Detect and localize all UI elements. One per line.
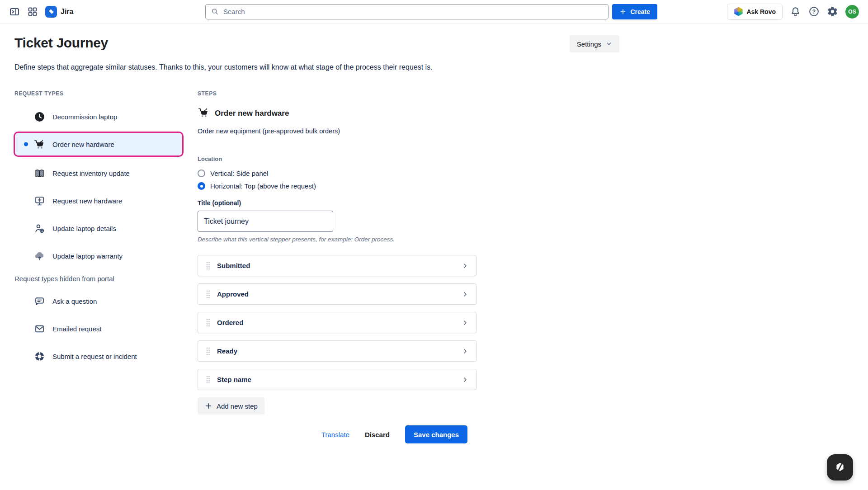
step-row-ready[interactable]: Ready xyxy=(198,340,476,362)
search-input[interactable] xyxy=(223,8,603,15)
sidebar-toggle-button[interactable] xyxy=(9,6,20,17)
page-content: Ticket Journey Settings Define steps tha… xyxy=(0,35,868,443)
sidebar-item-request-new-hardware[interactable]: Request new hardware xyxy=(14,191,184,211)
step-label: Approved xyxy=(217,290,462,298)
settings-dropdown-label: Settings xyxy=(577,40,601,48)
sidebar-item-label: Update laptop warranty xyxy=(52,252,123,260)
envelope-icon xyxy=(33,323,45,335)
drag-handle-icon[interactable] xyxy=(205,346,211,356)
location-label: Location xyxy=(198,155,476,162)
rovo-icon xyxy=(734,7,743,16)
book-icon xyxy=(33,167,45,179)
topbar-left-cluster: Jira xyxy=(9,6,73,18)
notifications-button[interactable] xyxy=(790,6,801,17)
lifebuoy-icon xyxy=(33,350,45,362)
sidebar-item-label: Ask a question xyxy=(52,297,97,305)
step-label: Ready xyxy=(217,347,462,355)
plus-icon xyxy=(619,8,627,15)
step-row-step-name[interactable]: Step name xyxy=(198,369,476,390)
radio-horizontal-top[interactable] xyxy=(198,182,205,190)
page-title: Ticket Journey xyxy=(14,35,108,51)
cloud-upload-icon xyxy=(33,250,45,262)
monitor-plus-icon xyxy=(33,195,45,207)
help-button[interactable]: ? xyxy=(808,6,820,17)
request-types-sidebar: REQUEST TYPES Decommission laptop xyxy=(14,90,184,443)
sidebar-item-submit-request-or-incident[interactable]: Submit a request or incident xyxy=(14,346,184,366)
chevron-down-icon xyxy=(606,41,612,47)
hexagon-widget-icon xyxy=(834,462,846,473)
chevron-right-icon xyxy=(462,291,469,298)
clock-icon xyxy=(33,111,45,122)
gear-icon xyxy=(827,6,838,17)
radio-vertical-side-panel[interactable] xyxy=(198,170,205,177)
drag-handle-icon[interactable] xyxy=(205,318,211,328)
global-search[interactable] xyxy=(205,4,609,19)
selected-dot-indicator xyxy=(24,142,28,146)
radio-label: Horizontal: Top (above the request) xyxy=(210,182,316,190)
sidebar-item-request-inventory-update[interactable]: Request inventory update xyxy=(14,163,184,183)
help-icon: ? xyxy=(808,6,820,17)
sidebar-item-label: Request inventory update xyxy=(52,170,130,177)
sidebar-item-order-new-hardware[interactable]: Order new hardware xyxy=(14,132,184,157)
chat-icon xyxy=(33,295,45,307)
step-label: Step name xyxy=(217,376,462,383)
app-switcher-button[interactable] xyxy=(27,6,38,17)
sidebar-item-update-laptop-details[interactable]: Update laptop details xyxy=(14,218,184,238)
drag-handle-icon[interactable] xyxy=(205,289,211,299)
jira-logo-icon[interactable] xyxy=(45,6,57,18)
save-changes-button[interactable]: Save changes xyxy=(405,425,467,443)
ask-rovo-label: Ask Rovo xyxy=(746,8,776,15)
user-avatar[interactable]: OS xyxy=(845,5,859,19)
sidebar-item-emailed-request[interactable]: Emailed request xyxy=(14,319,184,339)
translate-button[interactable]: Translate xyxy=(321,431,349,438)
title-field-label: Title (optional) xyxy=(198,199,476,207)
step-row-approved[interactable]: Approved xyxy=(198,283,476,305)
request-types-header: REQUEST TYPES xyxy=(14,90,184,97)
hidden-request-types-header: Request types hidden from portal xyxy=(14,275,184,283)
radio-label: Vertical: Side panel xyxy=(210,170,268,177)
page-description: Define steps that aggregate similar stat… xyxy=(14,63,516,71)
top-navigation-bar: Jira Create Ask Rovo ? xyxy=(0,0,868,24)
sidebar-item-decommission-laptop[interactable]: Decommission laptop xyxy=(14,107,184,127)
form-actions: Translate Discard Save changes xyxy=(198,425,476,443)
step-row-ordered[interactable]: Ordered xyxy=(198,312,476,333)
drag-handle-icon[interactable] xyxy=(205,375,211,385)
topbar-right-cluster: Ask Rovo ? OS xyxy=(727,4,859,20)
location-option-vertical: Vertical: Side panel xyxy=(198,170,476,177)
ask-rovo-button[interactable]: Ask Rovo xyxy=(727,4,783,20)
sidebar-item-label: Order new hardware xyxy=(52,141,114,148)
person-add-icon xyxy=(33,222,45,234)
create-button[interactable]: Create xyxy=(612,4,657,19)
step-label: Submitted xyxy=(217,262,462,269)
sidebar-item-label: Update laptop details xyxy=(52,225,116,232)
request-type-title: Order new hardware xyxy=(215,109,289,118)
discard-button[interactable]: Discard xyxy=(365,431,390,438)
title-input[interactable] xyxy=(198,211,333,232)
sidebar-item-update-laptop-warranty[interactable]: Update laptop warranty xyxy=(14,246,184,266)
svg-text:?: ? xyxy=(812,9,816,15)
settings-gear-button[interactable] xyxy=(827,6,838,17)
floating-widget-button[interactable] xyxy=(827,454,853,481)
title-helper-text: Describe what this vertical stepper pres… xyxy=(198,236,476,243)
sidebar-item-label: Submit a request or incident xyxy=(52,353,137,360)
request-type-description: Order new equipment (pre-approved bulk o… xyxy=(198,127,476,135)
add-new-step-button[interactable]: Add new step xyxy=(198,397,264,415)
sidebar-item-ask-a-question[interactable]: Ask a question xyxy=(14,291,184,311)
step-row-submitted[interactable]: Submitted xyxy=(198,255,476,276)
chevron-right-icon xyxy=(462,262,469,269)
steps-header: STEPS xyxy=(198,90,476,97)
cart-icon xyxy=(33,138,45,150)
cart-icon xyxy=(198,107,209,120)
chevron-right-icon xyxy=(462,376,469,383)
sidebar-item-label: Decommission laptop xyxy=(52,113,117,121)
drag-handle-icon[interactable] xyxy=(205,261,211,271)
bell-icon xyxy=(790,6,801,17)
chevron-right-icon xyxy=(462,319,469,326)
create-button-label: Create xyxy=(630,8,650,15)
location-option-horizontal: Horizontal: Top (above the request) xyxy=(198,182,476,190)
sidebar-item-label: Emailed request xyxy=(52,325,101,333)
settings-dropdown-button[interactable]: Settings xyxy=(570,35,619,52)
step-label: Ordered xyxy=(217,319,462,326)
app-grid-icon xyxy=(27,6,38,17)
plus-icon xyxy=(204,402,212,410)
